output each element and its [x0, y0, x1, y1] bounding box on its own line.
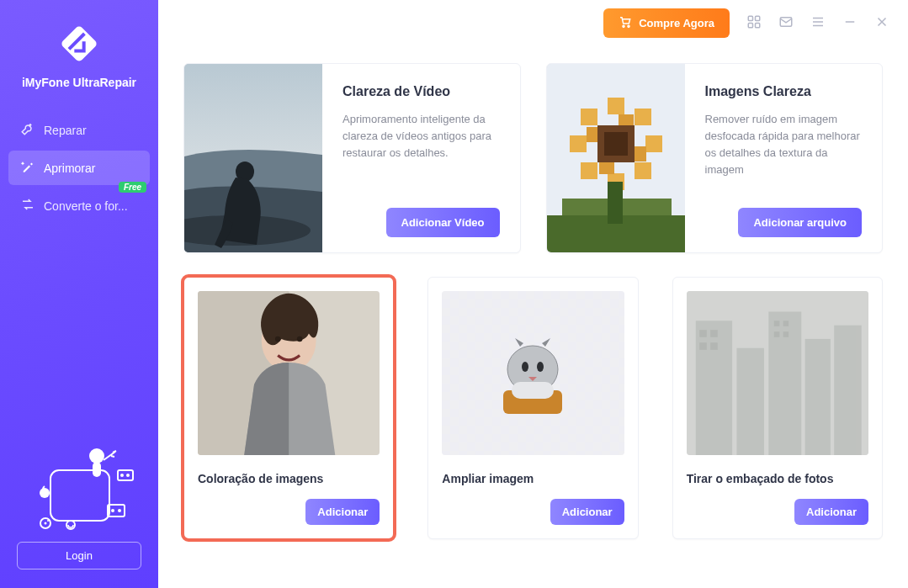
add-file-button[interactable]: Adicionar arquivo [738, 208, 862, 237]
svg-rect-29 [570, 135, 587, 152]
svg-rect-21 [756, 23, 760, 27]
sidebar-item-reparar[interactable]: Reparar [8, 113, 150, 147]
svg-point-47 [275, 336, 280, 342]
feature-thumbnail [687, 291, 868, 455]
window-icons [746, 14, 889, 33]
sidebar-item-converter[interactable]: Converte o for... Free [8, 188, 150, 223]
feature-video-clarity: Clareza de Vídeo Aprimoramento inteligen… [183, 63, 521, 253]
svg-point-17 [628, 25, 629, 27]
svg-rect-18 [748, 16, 752, 20]
grid-icon[interactable] [746, 14, 762, 33]
feature-thumbnail [442, 291, 624, 455]
svg-point-53 [537, 362, 544, 372]
svg-rect-31 [608, 98, 624, 114]
feature-description: Remover ruído em imagem desfocada rápida… [705, 111, 863, 179]
sidebar-header: iMyFone UltraRepair [0, 0, 158, 98]
svg-rect-19 [756, 16, 760, 20]
svg-rect-34 [635, 162, 651, 179]
feature-thumbnail [547, 64, 685, 252]
svg-rect-35 [581, 162, 597, 179]
feature-title: Ampliar imagem [442, 472, 624, 485]
sidebar-items: Reparar Aprimorar Converte o for... Free [0, 109, 158, 226]
buy-button[interactable]: Compre Agora [603, 8, 730, 38]
feature-colorize: Coloração de imagens Adicionar [183, 277, 394, 539]
main: Compre Agora [158, 0, 908, 588]
svg-point-14 [47, 520, 49, 522]
app-name: iMyFone UltraRepair [8, 76, 150, 89]
feature-enlarge: Ampliar imagem Adicionar [427, 277, 638, 539]
convert-icon [20, 197, 35, 215]
svg-rect-43 [608, 182, 623, 224]
cart-icon [619, 15, 632, 31]
sidebar-footer: Login [0, 441, 158, 588]
close-icon[interactable] [874, 14, 889, 33]
feature-title: Clareza de Vídeo [342, 84, 500, 99]
svg-rect-42 [604, 132, 628, 156]
svg-rect-30 [645, 135, 662, 152]
buy-label: Compre Agora [639, 17, 714, 29]
add-button[interactable]: Adicionar [305, 499, 380, 525]
svg-rect-54 [512, 382, 554, 399]
svg-point-7 [120, 474, 124, 477]
sidebar: iMyFone UltraRepair Reparar Aprimorar Co… [0, 0, 158, 588]
svg-point-13 [45, 522, 47, 525]
svg-rect-6 [118, 470, 133, 480]
sidebar-item-aprimorar[interactable]: Aprimorar [8, 151, 150, 185]
content: Clareza de Vídeo Aprimoramento inteligen… [158, 46, 908, 588]
svg-point-48 [297, 336, 302, 342]
feature-title: Tirar o embaçado de fotos [687, 472, 868, 485]
svg-rect-36 [635, 109, 651, 125]
svg-point-4 [89, 448, 104, 464]
feature-title: Imagens Clareza [705, 84, 863, 99]
mail-icon[interactable] [778, 14, 794, 33]
titlebar: Compre Agora [158, 0, 908, 46]
tools-icon [20, 121, 35, 139]
svg-point-10 [111, 509, 114, 512]
sidebar-item-label: Converte o for... [44, 199, 128, 213]
menu-icon[interactable] [810, 14, 826, 33]
minimize-icon[interactable] [842, 14, 858, 33]
svg-point-11 [118, 509, 121, 512]
feature-description: Aprimoramento inteligente da clareza de … [342, 111, 500, 162]
svg-rect-0 [60, 24, 98, 62]
feature-title: Coloração de imagens [198, 472, 380, 485]
svg-point-8 [126, 474, 130, 477]
app-logo [56, 20, 103, 67]
add-button[interactable]: Adicionar [550, 499, 624, 525]
sidebar-item-label: Aprimorar [44, 162, 95, 175]
promo-illustration [17, 441, 141, 533]
svg-point-52 [522, 362, 528, 372]
feature-image-clarity: Imagens Clareza Remover ruído em imagem … [546, 63, 884, 253]
feature-thumbnail [184, 64, 322, 252]
svg-rect-69 [687, 291, 868, 455]
add-button[interactable]: Adicionar [794, 499, 868, 525]
svg-point-16 [623, 25, 624, 27]
add-video-button[interactable]: Adicionar Vídeo [386, 208, 500, 237]
free-badge: Free [119, 182, 146, 193]
svg-rect-2 [50, 470, 109, 521]
magic-icon [20, 159, 35, 177]
login-button[interactable]: Login [17, 542, 141, 569]
svg-rect-33 [581, 109, 597, 125]
sidebar-item-label: Reparar [44, 124, 87, 137]
feature-thumbnail [198, 291, 380, 455]
svg-rect-20 [748, 23, 752, 27]
svg-rect-5 [93, 462, 101, 477]
feature-unblur: Tirar o embaçado de fotos Adicionar [672, 277, 883, 539]
